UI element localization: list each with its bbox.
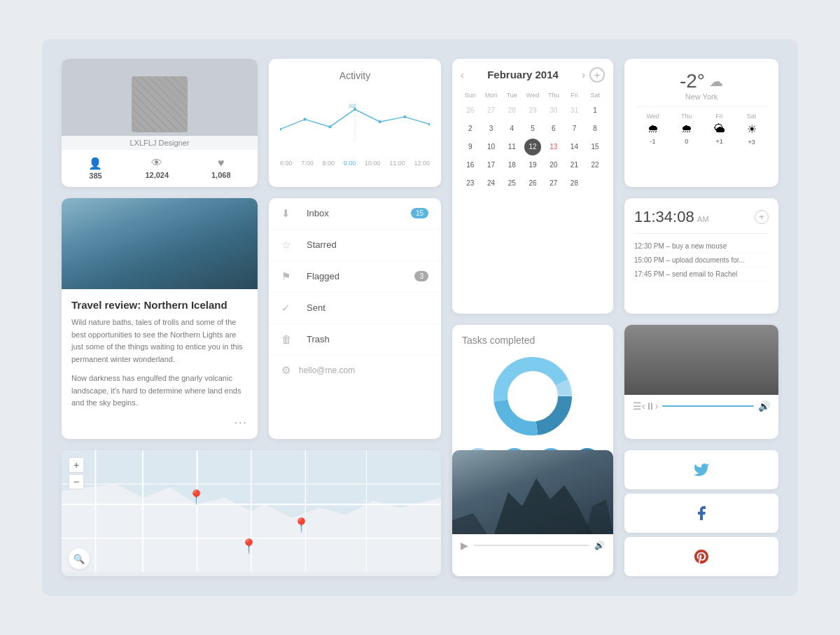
cal-day[interactable]: 14 bbox=[566, 139, 582, 155]
profile-stat-views: 👁 12,024 bbox=[145, 157, 169, 180]
clock-card: 11:34:08 AM + 12:30 PM – buy a new mouse… bbox=[624, 198, 778, 314]
video-volume[interactable]: 🔊 bbox=[594, 540, 605, 550]
mail-footer: ⚙ hello@me.com bbox=[269, 355, 441, 386]
article-more[interactable]: ··· bbox=[71, 417, 248, 429]
cal-day[interactable]: 20 bbox=[545, 157, 562, 174]
list-icon[interactable]: ☰ bbox=[633, 400, 642, 412]
cal-day[interactable]: 16 bbox=[462, 157, 479, 174]
clock-event-2: 15:00 PM – upload documents for... bbox=[634, 253, 769, 267]
cal-header-thu: Thu bbox=[544, 90, 564, 101]
mail-trash[interactable]: 🗑 Trash bbox=[269, 324, 441, 355]
forecast-sat-icon: ☀ bbox=[747, 123, 757, 136]
next-button[interactable]: › bbox=[655, 400, 659, 412]
cal-day[interactable]: 18 bbox=[503, 157, 520, 174]
zoom-in-button[interactable]: + bbox=[69, 457, 84, 473]
mail-sent[interactable]: ✓ Sent bbox=[269, 293, 441, 324]
trash-icon: 🗑 bbox=[281, 333, 298, 345]
sent-label: Sent bbox=[307, 302, 428, 313]
facebook-button[interactable] bbox=[624, 494, 778, 533]
chart-label-7: 7:00 bbox=[301, 160, 314, 167]
twitter-button[interactable] bbox=[624, 450, 778, 489]
cal-day[interactable]: 5 bbox=[524, 120, 541, 137]
mail-starred[interactable]: ☆ Starred bbox=[269, 230, 441, 261]
chart-label-10: 10:00 bbox=[365, 160, 381, 167]
forecast-thu-temp: 0 bbox=[685, 138, 688, 145]
inbox-badge: 15 bbox=[411, 208, 428, 218]
cal-day[interactable]: 4 bbox=[503, 120, 520, 137]
cal-day-event[interactable]: 13 bbox=[545, 139, 562, 155]
cal-day[interactable]: 25 bbox=[503, 175, 520, 192]
cal-day[interactable]: 2 bbox=[462, 120, 479, 137]
views-icon: 👁 bbox=[151, 157, 162, 169]
weather-temp-row: -2° ☁ bbox=[636, 70, 767, 92]
cal-day[interactable]: 10 bbox=[483, 139, 500, 155]
mail-flagged[interactable]: ⚑ Flagged 3 bbox=[269, 261, 441, 293]
article-paragraph-2: Now darkness has engulfed the gnarly vol… bbox=[71, 372, 248, 410]
cal-day-today[interactable]: 12 bbox=[524, 139, 541, 155]
calendar-grid: Sun Mon Tue Wed Thu Fri Sat 26 27 28 29 … bbox=[461, 90, 605, 192]
cal-day bbox=[587, 175, 603, 192]
svg-point-1 bbox=[304, 118, 307, 120]
cal-day[interactable]: 9 bbox=[462, 139, 479, 155]
article-paragraph-1: Wild nature baths, tales of trolls and s… bbox=[71, 316, 248, 365]
cal-day[interactable]: 29 bbox=[524, 102, 541, 119]
cal-day[interactable]: 31 bbox=[566, 102, 582, 119]
mail-card: ⬇ Inbox 15 ☆ Starred ⚑ Flagged 3 ✓ Sent … bbox=[269, 198, 441, 439]
cal-day[interactable]: 26 bbox=[524, 175, 541, 192]
cal-day[interactable]: 23 bbox=[462, 175, 479, 192]
cal-day[interactable]: 6 bbox=[545, 120, 562, 137]
svg-point-5 bbox=[379, 120, 382, 123]
forecast-wed-temp: -1 bbox=[650, 138, 656, 145]
forecast-fri-label: Fri bbox=[715, 113, 723, 120]
cal-day[interactable]: 8 bbox=[587, 120, 603, 137]
pinterest-button[interactable] bbox=[624, 537, 778, 576]
player-photo bbox=[624, 325, 778, 395]
map-search-button[interactable]: 🔍 bbox=[69, 548, 90, 569]
cal-day[interactable]: 24 bbox=[483, 175, 500, 192]
video-rocks bbox=[452, 450, 613, 534]
map-pin-1: 📍 bbox=[188, 489, 205, 505]
cal-day[interactable]: 17 bbox=[483, 157, 500, 174]
cal-day[interactable]: 19 bbox=[524, 157, 541, 174]
article-content: Travel review: Northern Iceland Wild nat… bbox=[62, 289, 258, 439]
zoom-out-button[interactable]: − bbox=[69, 474, 84, 489]
svg-point-7 bbox=[428, 123, 430, 125]
cal-day[interactable]: 22 bbox=[587, 157, 603, 174]
video-play-button[interactable]: ▶ bbox=[461, 540, 468, 551]
cal-day[interactable]: 27 bbox=[483, 102, 500, 119]
chart-label-6: 6:00 bbox=[280, 160, 293, 167]
cal-day[interactable]: 3 bbox=[483, 120, 500, 137]
chart-labels: 6:00 7:00 8:00 9:00 10:00 11:00 12:00 bbox=[280, 160, 430, 167]
clock-event-1: 12:30 PM – buy a new mouse bbox=[634, 239, 769, 253]
cal-day[interactable]: 28 bbox=[566, 175, 582, 192]
calendar-add-button[interactable]: + bbox=[589, 67, 605, 83]
forecast-thu-label: Thu bbox=[681, 113, 692, 120]
cal-day[interactable]: 26 bbox=[462, 102, 479, 119]
clock-time: 11:34:08 bbox=[634, 208, 694, 225]
cal-day[interactable]: 30 bbox=[545, 102, 562, 119]
calendar-prev[interactable]: ‹ bbox=[461, 69, 464, 81]
calendar-next[interactable]: › bbox=[582, 69, 585, 81]
player-card: ☰ ‹ ⏸ › 🔊 bbox=[624, 325, 778, 440]
likes-icon: ♥ bbox=[218, 157, 225, 169]
clock-events: 12:30 PM – buy a new mouse 15:00 PM – up… bbox=[634, 233, 769, 281]
cal-day[interactable]: 27 bbox=[545, 175, 562, 192]
twitter-icon bbox=[693, 461, 710, 478]
chart-area: 302 bbox=[280, 87, 430, 157]
weather-icon: ☁ bbox=[709, 73, 723, 90]
cal-day[interactable]: 15 bbox=[587, 139, 603, 155]
cal-day[interactable]: 1 bbox=[587, 102, 603, 119]
forecast-fri-icon: 🌥 bbox=[714, 123, 725, 135]
cal-day[interactable]: 21 bbox=[566, 157, 582, 174]
cal-day[interactable]: 11 bbox=[503, 139, 520, 155]
cal-day[interactable]: 28 bbox=[503, 102, 520, 119]
forecast-sat-temp: +3 bbox=[748, 139, 755, 146]
mail-inbox[interactable]: ⬇ Inbox 15 bbox=[269, 198, 441, 230]
volume-icon[interactable]: 🔊 bbox=[758, 400, 770, 412]
cal-day[interactable]: 7 bbox=[566, 120, 582, 137]
profile-stat-likes: ♥ 1,068 bbox=[211, 157, 231, 180]
clock-add-button[interactable]: + bbox=[755, 210, 769, 224]
views-count: 12,024 bbox=[145, 171, 169, 179]
forecast-sat-label: Sat bbox=[747, 113, 757, 120]
pause-button[interactable]: ⏸ bbox=[645, 400, 655, 412]
